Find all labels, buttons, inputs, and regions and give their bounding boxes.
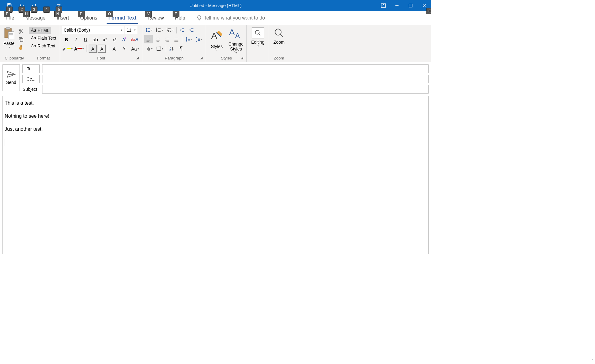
qat-customize-icon[interactable]: 5 bbox=[53, 1, 65, 10]
cut-button[interactable] bbox=[17, 28, 25, 35]
tell-me-input[interactable] bbox=[204, 15, 281, 21]
svg-text:i: i bbox=[169, 31, 169, 32]
svg-point-12 bbox=[19, 32, 20, 33]
borders-icon bbox=[156, 46, 161, 51]
dialog-launcher-icon[interactable]: ◢ bbox=[136, 56, 141, 60]
key-badge: P bbox=[78, 11, 85, 17]
show-marks-button[interactable]: ¶ bbox=[177, 45, 185, 53]
svg-text:A: A bbox=[229, 28, 235, 37]
tab-message[interactable]: HMessage bbox=[24, 12, 47, 24]
minimize-icon[interactable] bbox=[390, 0, 404, 11]
lightbulb-icon bbox=[196, 15, 202, 21]
key-badge: N bbox=[54, 11, 61, 17]
highlight-icon bbox=[62, 46, 67, 51]
format-painter-button[interactable] bbox=[17, 44, 25, 51]
align-left-icon bbox=[146, 37, 151, 42]
format-html-button[interactable]: AaHTML bbox=[29, 27, 51, 34]
bullets-button[interactable]: ▾ bbox=[144, 26, 154, 34]
char-border-button[interactable]: A bbox=[98, 45, 106, 53]
group-font: Calibri (Body)▾ 11▾ B I U ab x2 x2 A abc… bbox=[60, 25, 142, 62]
align-right-icon bbox=[165, 37, 170, 42]
qat-undo-icon[interactable]: 2 bbox=[15, 1, 28, 10]
strikethrough-button[interactable]: ab bbox=[91, 35, 99, 43]
key-badge: V bbox=[145, 11, 152, 17]
tab-file[interactable]: FFile bbox=[4, 12, 16, 24]
borders-button[interactable]: ▾ bbox=[155, 45, 165, 53]
superscript-button[interactable]: x2 bbox=[110, 35, 119, 43]
justify-button[interactable] bbox=[172, 35, 181, 43]
editing-button[interactable]: Editing▾ bbox=[249, 26, 267, 49]
copy-button[interactable] bbox=[17, 36, 25, 43]
dialog-launcher-icon[interactable]: ◢ bbox=[241, 56, 245, 60]
body-line: Just another test. bbox=[5, 125, 426, 133]
shading-button[interactable]: ▾ bbox=[144, 45, 154, 53]
tab-insert[interactable]: NInsert bbox=[55, 12, 71, 24]
font-name-combo[interactable]: Calibri (Body)▾ bbox=[62, 26, 124, 34]
group-format: AaHTML AaPlain Text AaRich Text Format bbox=[27, 25, 60, 62]
para-spacing-icon bbox=[196, 37, 201, 42]
subject-input[interactable] bbox=[42, 85, 429, 94]
grow-font-button[interactable]: A˄ bbox=[110, 45, 119, 53]
char-shading-button[interactable]: A bbox=[89, 45, 97, 53]
search-icon bbox=[254, 29, 261, 36]
styles-button[interactable]: A Styles▾ bbox=[208, 29, 225, 52]
text-effects-button[interactable]: A bbox=[120, 35, 128, 43]
change-styles-button[interactable]: AA Change Styles▾ bbox=[227, 27, 245, 54]
svg-point-76 bbox=[255, 30, 259, 34]
paste-button[interactable]: Paste ▾ bbox=[2, 26, 16, 49]
svg-point-19 bbox=[125, 37, 126, 39]
font-color-button[interactable]: A▾ bbox=[73, 45, 84, 53]
tab-review[interactable]: VReview bbox=[146, 12, 165, 24]
multilevel-button[interactable]: 1ai▾ bbox=[165, 26, 175, 34]
dialog-launcher-icon[interactable]: ◢ bbox=[200, 56, 205, 60]
dialog-launcher-icon[interactable]: ◢ bbox=[21, 56, 25, 60]
ribbon-display-options-icon[interactable] bbox=[377, 0, 390, 11]
increase-indent-button[interactable] bbox=[187, 26, 196, 34]
to-button[interactable]: To... bbox=[22, 64, 40, 73]
shrink-font-button[interactable]: A˅ bbox=[120, 45, 129, 53]
cc-input[interactable] bbox=[42, 75, 429, 83]
underline-button[interactable]: U bbox=[81, 35, 90, 43]
align-left-button[interactable] bbox=[144, 35, 153, 43]
para-spacing-button[interactable]: ▾ bbox=[194, 35, 204, 43]
tab-format-text[interactable]: OFormat Text bbox=[107, 12, 138, 24]
numbering-icon: 123 bbox=[156, 28, 161, 33]
format-rich-button[interactable]: AaRich Text bbox=[29, 42, 57, 49]
tab-help[interactable]: EHelp bbox=[173, 12, 187, 24]
tab-options[interactable]: POptions bbox=[78, 12, 99, 24]
highlight-button[interactable]: ▾ bbox=[62, 45, 73, 53]
decrease-indent-button[interactable] bbox=[178, 26, 187, 34]
tell-me-search[interactable]: Q bbox=[196, 15, 281, 21]
numbering-button[interactable]: 123▾ bbox=[155, 26, 165, 34]
text-cursor bbox=[5, 139, 5, 146]
subscript-button[interactable]: x2 bbox=[100, 35, 109, 43]
paste-icon bbox=[3, 27, 15, 40]
svg-line-79 bbox=[280, 34, 283, 37]
font-size-combo[interactable]: 11▾ bbox=[125, 26, 137, 34]
to-input[interactable] bbox=[42, 64, 429, 73]
group-label bbox=[249, 55, 267, 62]
bold-button[interactable]: B bbox=[62, 35, 71, 43]
align-center-icon bbox=[155, 37, 160, 42]
change-case-button[interactable]: Aa▾ bbox=[130, 45, 140, 53]
align-right-button[interactable] bbox=[163, 35, 171, 43]
sort-button[interactable]: AZ bbox=[167, 45, 176, 53]
qat-save-icon[interactable]: 1 bbox=[3, 1, 15, 10]
format-plain-button[interactable]: AaPlain Text bbox=[29, 34, 58, 42]
clear-formatting-button[interactable]: abcA bbox=[129, 35, 139, 43]
align-center-button[interactable] bbox=[153, 35, 162, 43]
send-button[interactable]: Send bbox=[2, 64, 20, 91]
qat-spacer: 4 bbox=[40, 1, 53, 10]
cc-button[interactable]: Cc... bbox=[22, 75, 40, 83]
message-body[interactable]: This is a test. Nothing to see here! Jus… bbox=[2, 96, 429, 254]
ribbon-tabs: FFile HMessage NInsert POptions OFormat … bbox=[0, 11, 431, 25]
maximize-icon[interactable] bbox=[404, 0, 417, 11]
sort-icon: AZ bbox=[169, 46, 174, 51]
zoom-button[interactable]: Zoom bbox=[271, 26, 287, 46]
qat-redo-icon[interactable]: 3 bbox=[28, 1, 40, 10]
group-editing: Editing▾ bbox=[247, 25, 269, 62]
group-label: Font bbox=[62, 55, 140, 62]
svg-text:Z: Z bbox=[170, 49, 171, 51]
line-spacing-button[interactable]: ▾ bbox=[183, 35, 193, 43]
italic-button[interactable]: I bbox=[72, 35, 80, 43]
